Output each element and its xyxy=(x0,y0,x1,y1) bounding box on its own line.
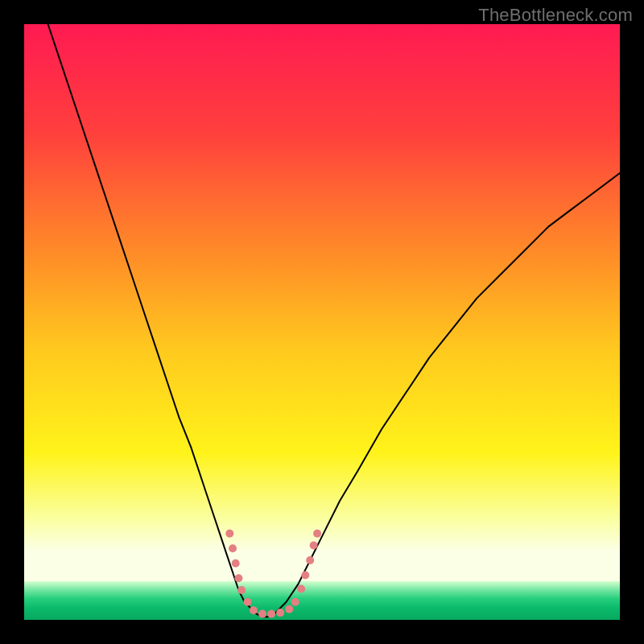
cusp-dot xyxy=(306,556,314,564)
cusp-dot xyxy=(285,605,293,613)
cusp-dot xyxy=(297,585,305,593)
chart-frame: TheBottleneck.com xyxy=(0,0,644,644)
cusp-dot xyxy=(313,530,321,538)
cusp-dot xyxy=(310,542,318,550)
cusp-dot xyxy=(244,598,252,606)
cusp-dot xyxy=(258,610,266,618)
cusp-dot xyxy=(232,559,240,568)
cusp-dot xyxy=(250,606,258,614)
cusp-dot xyxy=(291,598,299,606)
cusp-dot xyxy=(234,574,242,582)
cusp-dot xyxy=(229,544,237,552)
cusp-overlay xyxy=(225,530,321,618)
bottleneck-curve xyxy=(48,24,620,617)
cusp-dot xyxy=(276,609,284,617)
cusp-dot xyxy=(237,586,246,594)
cusp-dot xyxy=(267,610,275,618)
watermark-text: TheBottleneck.com xyxy=(478,5,633,26)
chart-svg xyxy=(24,24,620,620)
cusp-dot xyxy=(225,530,233,538)
cusp-dot xyxy=(301,572,309,580)
